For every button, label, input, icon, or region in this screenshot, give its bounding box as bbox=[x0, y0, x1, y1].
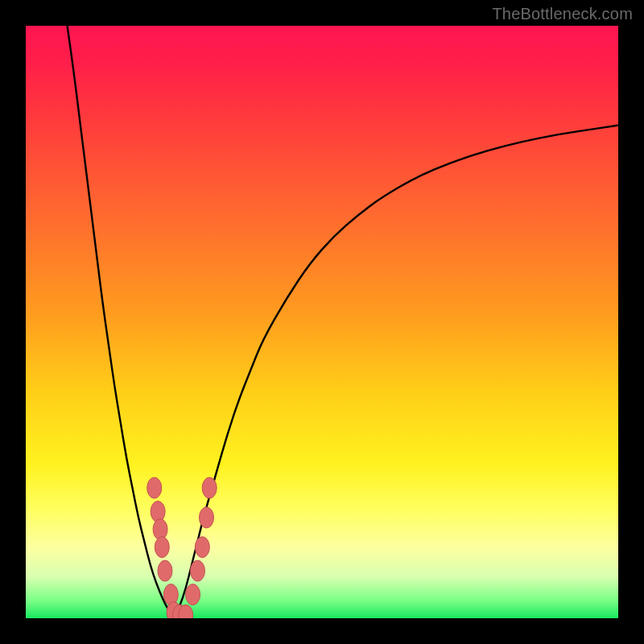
bead-marker bbox=[195, 537, 209, 558]
bead-marker bbox=[199, 507, 213, 528]
bead-marker bbox=[186, 584, 200, 605]
bead-marker bbox=[155, 537, 169, 558]
bead-marker bbox=[147, 477, 162, 498]
right-curve bbox=[174, 126, 618, 618]
plot-area bbox=[26, 26, 618, 618]
outer-frame: TheBottleneck.com bbox=[0, 0, 644, 644]
watermark-text: TheBottleneck.com bbox=[492, 5, 633, 23]
chart-svg bbox=[26, 26, 618, 618]
bead-marker bbox=[158, 560, 172, 581]
bead-marker bbox=[190, 560, 204, 581]
bead-marker bbox=[151, 502, 165, 522]
bead-marker bbox=[202, 477, 217, 498]
